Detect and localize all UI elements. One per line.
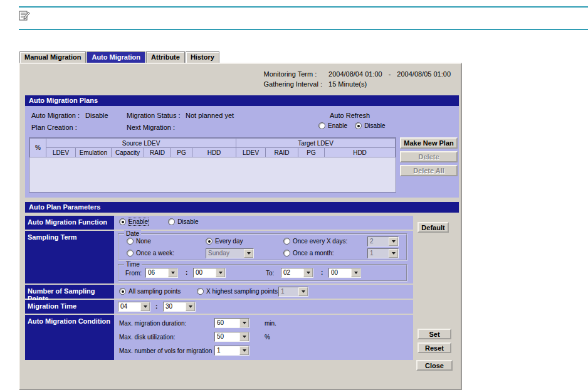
auto-refresh-enable-radio[interactable]: Enable xyxy=(318,122,347,129)
col-target-pg[interactable]: PG xyxy=(298,148,325,157)
auto-migration-function-label: Auto Migration Function xyxy=(25,216,114,230)
row-auto-migration-condition: Auto Migration Condition Max. migration … xyxy=(25,315,413,360)
time-legend: Time xyxy=(124,261,142,268)
col-source-raid[interactable]: RAID xyxy=(144,148,171,157)
sampling-points-content: All sampling points X highest sampling p… xyxy=(114,285,413,299)
combo-dropdown-button[interactable] xyxy=(303,268,313,277)
to-minute-value: 00 xyxy=(329,268,351,277)
combo-dropdown-button[interactable] xyxy=(239,346,249,355)
max-disk-utilization-label: Max. disk utilization: xyxy=(119,334,175,341)
plans-table: % Source LDEV Target LDEV LDEV Emulation… xyxy=(29,137,396,193)
radio-icon xyxy=(318,122,325,129)
auto-refresh-disable-radio[interactable]: Disable xyxy=(355,122,385,129)
monitoring-info: Monitoring Term : 2004/08/04 01:00 - 200… xyxy=(263,70,451,88)
col-source-emulation[interactable]: Emulation xyxy=(76,148,112,157)
tab-manual-migration[interactable]: Manual Migration xyxy=(19,51,86,63)
next-migration-label: Next Migration : xyxy=(127,124,175,131)
from-minute-value: 00 xyxy=(194,268,216,277)
sampling-term-label: Sampling Term xyxy=(25,231,114,283)
monitoring-term-value: 2004/08/04 01:00 - 2004/08/05 01:00 xyxy=(328,70,451,78)
date-none-radio[interactable]: None xyxy=(127,238,151,245)
col-target-raid[interactable]: RAID xyxy=(266,148,298,157)
function-enable-radio[interactable]: Enable xyxy=(119,218,148,225)
col-source-pg[interactable]: PG xyxy=(171,148,192,157)
combo-dropdown-button[interactable] xyxy=(239,319,249,327)
row-migration-time: Migration Time 04 : 30 xyxy=(25,300,413,314)
date-legend: Date xyxy=(124,230,141,237)
combo-dropdown-button[interactable] xyxy=(186,302,195,311)
time-colon: : xyxy=(155,303,157,310)
col-source-capacity[interactable]: Capacity xyxy=(112,148,144,157)
time-fieldset: Time From: 06 : 00 To: 02 xyxy=(118,264,407,282)
max-disk-utilization-value: 50 xyxy=(215,332,239,341)
from-minute-select[interactable]: 00 xyxy=(193,268,226,278)
set-button[interactable]: Set xyxy=(417,329,451,339)
combo-dropdown-button[interactable] xyxy=(351,268,360,277)
col-source-hdd[interactable]: HDD xyxy=(192,148,236,157)
auto-refresh-options: Enable Disable xyxy=(318,122,386,129)
month-day-value: 1 xyxy=(368,249,389,258)
radio-label: Once a week: xyxy=(136,250,174,257)
combo-dropdown-button[interactable] xyxy=(168,268,177,277)
combo-dropdown-button[interactable] xyxy=(216,268,225,277)
col-group-target-ldev[interactable]: Target LDEV xyxy=(236,139,396,148)
plans-table-empty-body[interactable] xyxy=(29,157,396,193)
to-minute-select[interactable]: 00 xyxy=(328,268,361,278)
col-percent[interactable]: % xyxy=(30,139,46,157)
max-disk-utilization-select[interactable]: 50 xyxy=(214,332,249,342)
function-options: Enable Disable xyxy=(119,218,199,225)
from-hour-select[interactable]: 06 xyxy=(145,268,178,278)
plans-table-header: % Source LDEV Target LDEV LDEV Emulation… xyxy=(29,138,396,157)
function-disable-radio[interactable]: Disable xyxy=(168,218,198,225)
make-new-plan-button[interactable]: Make New Plan xyxy=(400,137,458,149)
col-target-ldev[interactable]: LDEV xyxy=(236,148,266,157)
tab-bar: Manual Migration Auto Migration Attribut… xyxy=(19,51,219,63)
radio-label: X highest sampling points: xyxy=(206,288,280,295)
date-once-month-radio[interactable]: Once a month: xyxy=(283,250,334,257)
col-group-source-ldev[interactable]: Source LDEV xyxy=(46,139,236,148)
radio-label: Once a month: xyxy=(293,250,334,257)
close-button[interactable]: Close xyxy=(416,360,453,371)
auto-migration-condition-label: Auto Migration Condition xyxy=(25,315,114,360)
radio-label: Disable xyxy=(364,122,385,129)
chevron-down-icon xyxy=(307,272,310,274)
combo-dropdown-button[interactable] xyxy=(140,302,150,311)
delete-button: Delete xyxy=(400,151,458,162)
chevron-down-icon xyxy=(392,240,396,243)
max-vols-select[interactable]: 1 xyxy=(214,346,249,356)
col-source-ldev[interactable]: LDEV xyxy=(46,148,76,157)
row-sampling-term: Sampling Term Date None Every day Once e… xyxy=(25,231,413,283)
chevron-down-icon xyxy=(243,336,246,338)
x-highest-count-value: 1 xyxy=(279,287,298,296)
x-days-value: 2 xyxy=(368,237,389,246)
col-target-hdd[interactable]: HDD xyxy=(325,148,396,157)
to-label: To: xyxy=(266,270,274,277)
max-duration-select[interactable]: 60 xyxy=(214,318,249,328)
date-once-x-days-radio[interactable]: Once every X days: xyxy=(283,238,347,245)
tab-attribute[interactable]: Attribute xyxy=(146,51,185,63)
combo-dropdown-button xyxy=(244,249,253,258)
to-hour-select[interactable]: 02 xyxy=(281,268,313,278)
auto-migration-condition-content: Max. migration duration: 60 min. Max. di… xyxy=(114,315,413,360)
chevron-down-icon xyxy=(243,349,246,352)
date-every-day-radio[interactable]: Every day xyxy=(206,238,243,245)
max-duration-unit: min. xyxy=(265,320,276,327)
weekday-value: Sunday xyxy=(206,249,244,258)
migration-status-value: Not planned yet xyxy=(186,112,234,119)
date-once-week-radio[interactable]: Once a week: xyxy=(127,250,174,257)
combo-dropdown-button[interactable] xyxy=(239,332,249,341)
tab-history[interactable]: History xyxy=(186,51,219,63)
migration-hour-select[interactable]: 04 xyxy=(118,302,150,312)
radio-icon xyxy=(283,250,290,257)
reset-button[interactable]: Reset xyxy=(417,342,451,353)
gathering-interval-value: 15 Minute(s) xyxy=(328,80,451,88)
max-duration-label: Max. migration duration: xyxy=(119,320,186,327)
tab-auto-migration[interactable]: Auto Migration xyxy=(87,51,145,63)
default-button[interactable]: Default xyxy=(417,222,449,233)
auto-migration-function-content: Enable Disable xyxy=(114,216,413,230)
all-sampling-points-radio[interactable]: All sampling points xyxy=(119,288,181,295)
chevron-down-icon xyxy=(144,305,147,308)
auto-refresh-label: Auto Refresh xyxy=(330,112,370,119)
migration-minute-select[interactable]: 30 xyxy=(163,302,196,312)
x-highest-sampling-points-radio[interactable]: X highest sampling points: xyxy=(197,288,280,295)
